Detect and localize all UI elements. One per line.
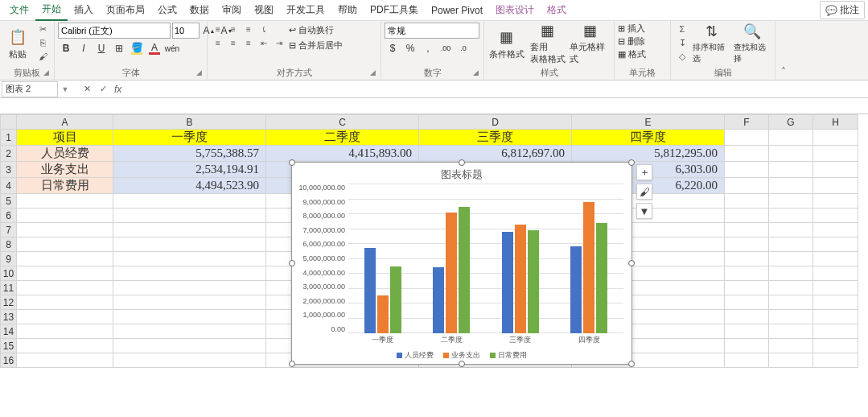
chart-object[interactable]: ＋ 🖌 ▼ 图表标题 10,000,000.009,000,000.008,00… (291, 162, 632, 365)
row-header[interactable]: 3 (1, 162, 17, 178)
col-header[interactable]: C (266, 115, 419, 130)
cell[interactable] (813, 324, 858, 339)
row-header[interactable]: 5 (1, 194, 17, 208)
cell[interactable] (725, 208, 769, 223)
comments-button[interactable]: 💬 批注 (820, 1, 865, 19)
cell[interactable]: 人员经费 (17, 146, 113, 162)
cell[interactable]: 6,812,697.00 (419, 146, 572, 162)
row-header[interactable]: 14 (1, 324, 17, 339)
clipboard-dialog-launcher[interactable]: ◢ (43, 67, 49, 78)
row-header[interactable]: 13 (1, 310, 17, 324)
cell[interactable] (113, 281, 266, 295)
cell[interactable] (769, 281, 813, 295)
cell[interactable] (725, 223, 769, 237)
cell[interactable] (113, 339, 266, 353)
cell[interactable] (813, 295, 858, 310)
cell[interactable]: 四季度 (572, 130, 725, 146)
cell[interactable] (17, 310, 113, 324)
cell[interactable] (769, 324, 813, 339)
cell[interactable] (813, 353, 858, 368)
chart-styles-button[interactable]: 🖌 (636, 184, 652, 200)
cell[interactable]: 4,415,893.00 (266, 146, 419, 162)
cell[interactable] (725, 281, 769, 295)
col-header[interactable]: H (813, 115, 858, 130)
copy-button[interactable]: ⎘ (35, 36, 51, 49)
font-dialog-launcher[interactable]: ◢ (196, 67, 202, 78)
cell[interactable] (725, 324, 769, 339)
cell[interactable]: 2,534,194.91 (113, 162, 266, 178)
tab-pagelayout[interactable]: 页面布局 (100, 0, 151, 20)
fill-color-button[interactable]: 🪣 (129, 41, 145, 56)
phonetic-button[interactable]: wén (164, 41, 180, 56)
decrease-decimal-button[interactable]: .0 (455, 41, 471, 56)
cell[interactable] (813, 146, 858, 162)
cell[interactable] (813, 281, 858, 295)
row-header[interactable]: 8 (1, 237, 17, 252)
resize-handle[interactable] (289, 159, 295, 166)
cancel-formula-button[interactable]: ✕ (79, 84, 95, 94)
select-all-corner[interactable] (1, 115, 17, 130)
cell[interactable] (769, 252, 813, 266)
accounting-format-button[interactable]: $ (385, 41, 401, 56)
tab-powerpivot[interactable]: Power Pivot (425, 2, 489, 19)
cell[interactable] (113, 194, 266, 208)
col-header[interactable]: D (419, 115, 572, 130)
cell[interactable] (17, 223, 113, 237)
cell[interactable] (725, 237, 769, 252)
resize-handle[interactable] (459, 159, 465, 166)
ribbon-collapse-button[interactable]: ˄ (775, 21, 792, 80)
increase-indent-button[interactable]: ⇥ (272, 36, 286, 49)
chart-filters-button[interactable]: ▼ (636, 203, 652, 219)
row-header[interactable]: 16 (1, 353, 17, 368)
sort-filter-button[interactable]: ⇅ 排序和筛选 (693, 23, 731, 64)
cell[interactable] (725, 146, 769, 162)
cell[interactable] (813, 252, 858, 266)
tab-home[interactable]: 开始 (35, 0, 68, 21)
align-right-button[interactable]: ≡ (241, 36, 256, 49)
cell[interactable] (813, 162, 858, 178)
cell[interactable] (725, 295, 769, 310)
conditional-formatting-button[interactable]: ▦ 条件格式 (487, 23, 525, 64)
cell[interactable] (769, 266, 813, 281)
cell[interactable] (769, 146, 813, 162)
tab-formulas[interactable]: 公式 (151, 0, 183, 20)
tab-chartdesign[interactable]: 图表设计 (489, 0, 541, 20)
cell[interactable]: 三季度 (419, 130, 572, 146)
cell[interactable] (17, 266, 113, 281)
cell[interactable]: 二季度 (266, 130, 419, 146)
cell[interactable]: 4,494,523.90 (113, 178, 266, 194)
cell[interactable] (113, 208, 266, 223)
name-box[interactable]: 图表 2 (2, 81, 58, 97)
cell[interactable] (17, 295, 113, 310)
cell[interactable] (725, 310, 769, 324)
merge-center-button[interactable]: ⊟合并后居中 (289, 39, 343, 52)
font-name-select[interactable] (58, 23, 171, 39)
align-left-button[interactable]: ≡ (211, 36, 225, 49)
resize-handle[interactable] (628, 159, 635, 166)
cell[interactable] (769, 130, 813, 146)
cell[interactable] (769, 339, 813, 353)
cell[interactable] (17, 208, 113, 223)
tab-insert[interactable]: 插入 (68, 0, 100, 20)
col-header[interactable]: E (572, 115, 725, 130)
cell[interactable] (113, 310, 266, 324)
cell[interactable] (17, 339, 113, 353)
cell[interactable] (813, 339, 858, 353)
tab-file[interactable]: 文件 (3, 0, 35, 20)
cell[interactable] (113, 353, 266, 368)
format-cells-button[interactable]: ▦格式 (618, 48, 646, 60)
number-format-select[interactable] (385, 23, 479, 39)
cell[interactable]: 日常费用 (17, 178, 113, 194)
cell[interactable] (813, 130, 858, 146)
insert-cells-button[interactable]: ⊞插入 (618, 23, 645, 35)
tab-format[interactable]: 格式 (541, 0, 573, 20)
cell[interactable] (725, 266, 769, 281)
enter-formula-button[interactable]: ✓ (95, 84, 111, 94)
number-dialog-launcher[interactable]: ◢ (473, 67, 479, 78)
cell[interactable] (813, 310, 858, 324)
tab-data[interactable]: 数据 (183, 0, 216, 20)
cell[interactable] (17, 281, 113, 295)
align-middle-button[interactable]: ≡ (226, 23, 241, 35)
row-header[interactable]: 12 (1, 295, 17, 310)
cell[interactable] (725, 194, 769, 208)
